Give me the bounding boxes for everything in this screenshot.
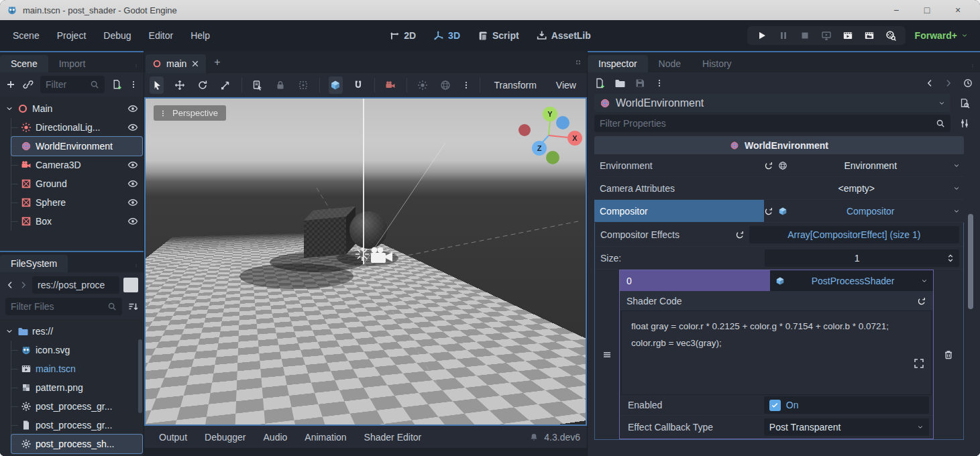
tab-history[interactable]: History <box>692 55 743 72</box>
toggle-split-mode-button[interactable] <box>123 278 138 292</box>
remote-debug-button[interactable] <box>821 30 832 41</box>
minimize-button[interactable]: − <box>881 0 912 20</box>
group-node-button[interactable] <box>296 76 311 94</box>
revert-icon[interactable] <box>917 296 926 306</box>
viewport-3d[interactable]: Y X Z Perspective <box>144 97 587 426</box>
add-node-button[interactable] <box>5 79 16 90</box>
close-button[interactable]: × <box>942 0 973 20</box>
transform-menu[interactable]: Transform <box>489 80 542 91</box>
local-space-toggle[interactable] <box>329 76 343 94</box>
perspective-menu[interactable]: Perspective <box>154 105 226 121</box>
enabled-checkbox[interactable] <box>769 400 781 411</box>
tab-node[interactable]: Node <box>648 55 692 72</box>
forward-icon[interactable] <box>19 280 28 290</box>
fs-item-post-process-shader[interactable]: post_process_sh... <box>11 435 142 453</box>
snap-toggle[interactable] <box>351 76 366 94</box>
view-menu[interactable]: View <box>551 80 582 91</box>
play-button[interactable] <box>757 30 767 41</box>
property-size[interactable]: Size: 1 <box>595 247 963 270</box>
node-selector[interactable]: WorldEnvironment <box>594 94 950 112</box>
notification-bell-icon[interactable] <box>529 433 539 442</box>
workspace-script[interactable]: Script <box>478 30 519 41</box>
visibility-eye-icon[interactable] <box>127 103 138 114</box>
chevron-down-icon[interactable] <box>953 208 960 215</box>
movie-maker-button[interactable] <box>885 30 896 41</box>
select-tool-button[interactable] <box>150 76 164 94</box>
renderer-selector[interactable]: Forward+ <box>915 30 968 41</box>
lock-node-button[interactable] <box>273 76 287 94</box>
back-icon[interactable] <box>5 280 15 290</box>
load-resource-button[interactable] <box>614 78 625 89</box>
collapse-icon[interactable] <box>5 327 13 335</box>
visibility-eye-icon[interactable] <box>127 122 138 133</box>
chevron-down-icon[interactable] <box>953 185 960 192</box>
scene-filter-input[interactable] <box>40 76 105 93</box>
property-compositor[interactable]: Compositor Compositor <box>594 200 964 223</box>
filesystem-scrollbar[interactable] <box>138 339 142 413</box>
revert-icon[interactable] <box>735 230 745 239</box>
sun-preview-button[interactable] <box>416 76 430 94</box>
panel-debugger[interactable]: Debugger <box>197 429 254 446</box>
filesystem-path-input[interactable] <box>32 276 119 294</box>
fs-item-post-process-grayscale-2[interactable]: post_process_gr... <box>11 416 142 435</box>
chevron-down-icon[interactable] <box>953 162 960 169</box>
instance-scene-button[interactable] <box>23 79 34 90</box>
inspector-scrollbar[interactable] <box>968 214 973 309</box>
expand-code-icon[interactable] <box>914 358 924 369</box>
property-effect-callback-type[interactable]: Effect Callback Type Post Transparent <box>620 416 933 439</box>
titlebar[interactable]: main.tscn - post_shader - Godot Engine −… <box>0 0 980 20</box>
fs-item-pattern-png[interactable]: pattern.png <box>11 378 142 397</box>
menu-debug[interactable]: Debug <box>95 26 140 45</box>
menu-editor[interactable]: Editor <box>140 26 182 45</box>
property-tools-icon[interactable] <box>959 118 970 129</box>
tab-import[interactable]: Import <box>48 55 97 72</box>
scene-node-camera3d[interactable]: Camera3D <box>11 156 142 174</box>
compositor-effects-array-button[interactable]: Array[CompositorEffect] (size 1) <box>749 226 959 243</box>
filesystem-filter-input[interactable] <box>5 298 122 315</box>
workspace-3d[interactable]: 3D <box>433 30 460 41</box>
sort-files-icon[interactable] <box>127 301 138 312</box>
scene-tab-main[interactable]: main <box>146 54 206 73</box>
scale-tool-button[interactable] <box>218 76 232 94</box>
scene-node-sphere[interactable]: Sphere <box>11 193 142 212</box>
panel-audio[interactable]: Audio <box>256 429 296 446</box>
fs-item-main-tscn[interactable]: main.tscn <box>11 359 142 378</box>
move-tool-button[interactable] <box>172 76 186 94</box>
property-compositor-effects[interactable]: Compositor Effects Array[CompositorEffec… <box>595 223 963 247</box>
filesystem-menu-icon[interactable] <box>134 263 144 272</box>
distraction-free-icon[interactable] <box>576 57 587 68</box>
history-list-icon[interactable] <box>963 78 973 89</box>
inspector-menu-icon[interactable] <box>971 63 980 72</box>
visibility-eye-icon[interactable] <box>127 216 138 227</box>
save-resource-button[interactable] <box>635 78 645 89</box>
fs-item-res-root[interactable]: res:// <box>1 322 142 341</box>
play-scene-button[interactable] <box>842 30 853 41</box>
revert-icon[interactable] <box>764 161 773 170</box>
array-size-field[interactable]: 1 <box>765 249 959 267</box>
sun-env-menu-icon[interactable] <box>461 80 471 90</box>
history-back-icon[interactable] <box>925 78 934 88</box>
effect-callback-dropdown[interactable]: Post Transparent <box>764 418 929 436</box>
tab-scene[interactable]: Scene <box>0 55 48 72</box>
menu-help[interactable]: Help <box>182 26 219 45</box>
spinner-icon[interactable] <box>946 253 955 263</box>
shader-code-editor[interactable]: float gray = color.r * 0.2125 + color.g … <box>621 310 932 395</box>
scene-dock-menu-icon[interactable] <box>134 63 144 72</box>
preview-camera-button[interactable] <box>384 76 398 94</box>
attach-script-button[interactable] <box>111 79 122 90</box>
enabled-field[interactable]: On <box>764 396 929 414</box>
play-custom-scene-button[interactable] <box>864 30 875 41</box>
scene-node-ground[interactable]: Ground <box>11 174 142 193</box>
rotate-tool-button[interactable] <box>195 76 209 94</box>
scene-node-box[interactable]: Box <box>11 212 142 231</box>
visibility-eye-icon[interactable] <box>127 178 138 189</box>
scene-node-worldenvironment[interactable]: WorldEnvironment <box>11 137 142 156</box>
scene-node-main[interactable]: Main <box>1 99 142 118</box>
scene-tree-menu-icon[interactable] <box>129 80 138 89</box>
maximize-button[interactable]: □ <box>912 0 942 20</box>
fs-item-icon-svg[interactable]: icon.svg <box>11 341 142 359</box>
menu-project[interactable]: Project <box>48 26 95 45</box>
close-tab-icon[interactable] <box>191 60 199 68</box>
new-resource-button[interactable] <box>594 78 605 89</box>
filter-properties-input[interactable] <box>594 115 950 132</box>
